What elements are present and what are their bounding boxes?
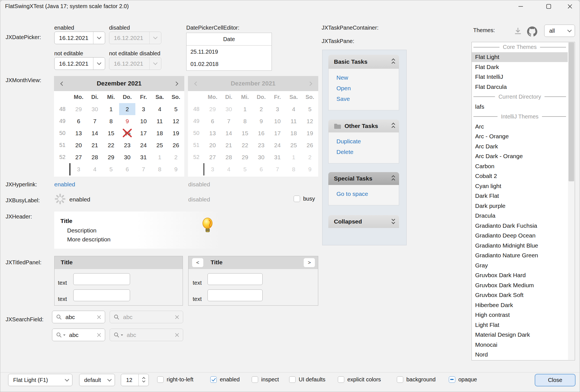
calendar-day-cell[interactable]: 29 [103, 151, 119, 163]
prev-month-button[interactable] [54, 82, 71, 85]
search-field[interactable]: abc [52, 311, 105, 323]
checkbox-right-to-left[interactable]: right-to-left [157, 376, 194, 383]
datepicker-dropdown-button[interactable] [93, 32, 105, 44]
calendar-day-cell[interactable]: 7 [87, 115, 103, 127]
theme-list-item[interactable]: Flat Dark [472, 62, 568, 72]
calendar-day-cell[interactable]: 10 [135, 115, 152, 127]
calendar-day-cell[interactable]: 30 [119, 151, 135, 163]
calendar-day-cell[interactable]: 15 [103, 127, 119, 139]
calendar-day-cell[interactable]: 3 [135, 103, 152, 115]
theme-list-item[interactable]: Flat Light [472, 52, 568, 62]
download-icon[interactable] [513, 27, 522, 37]
theme-list-item[interactable]: Nord [472, 350, 568, 360]
themes-filter-combobox[interactable]: all [544, 25, 575, 37]
theme-list-item[interactable]: Dark Flat [472, 191, 568, 201]
theme-list-item[interactable]: lafs [472, 102, 568, 112]
datepicker-dropdown-button[interactable] [93, 58, 105, 70]
titledpanel-right-button[interactable]: > [304, 258, 315, 267]
hyperlink-enabled[interactable]: enabled [54, 181, 75, 188]
table-row[interactable]: 25.11.2019 [187, 46, 272, 58]
maximize-button[interactable] [539, 0, 559, 13]
theme-list-item[interactable]: Light Flat [472, 320, 568, 330]
calendar-day-cell[interactable]: 2 [168, 151, 184, 163]
calendar-day-cell[interactable]: 23 [119, 139, 135, 151]
github-icon[interactable] [527, 26, 537, 38]
text-field[interactable] [73, 289, 130, 301]
calendar-day-cell[interactable]: 30 [87, 103, 103, 115]
checkbox-explicit-colors[interactable]: explicit colors [338, 376, 381, 383]
theme-list-item[interactable]: Gradianto Dark Fuchsia [472, 221, 568, 231]
scrollbar-thumb[interactable] [569, 42, 574, 181]
calendar-day-cell[interactable]: 8 [152, 163, 168, 175]
calendar-day-cell[interactable]: 9 [119, 115, 135, 127]
theme-list-item[interactable]: Gradianto Midnight Blue [472, 241, 568, 251]
calendar-day-cell[interactable]: 24 [135, 139, 152, 151]
calendar-day-cell[interactable]: 1 [103, 103, 119, 115]
calendar-day-cell[interactable]: 22 [103, 139, 119, 151]
calendar-day-cell[interactable]: 3 [70, 163, 87, 175]
calendar-day-cell[interactable]: 31 [135, 151, 152, 163]
taskpane-header[interactable]: Basic Tasks [328, 55, 399, 69]
checkbox-inspect[interactable]: inspect [252, 376, 279, 383]
font-combobox[interactable]: default [79, 374, 115, 386]
titledpanel-left-button[interactable]: < [192, 258, 203, 267]
search-with-menu-icon[interactable] [56, 332, 66, 338]
table-row[interactable]: 01.02.2018 [187, 58, 272, 70]
calendar-day-cell[interactable]: 7 [135, 163, 152, 175]
theme-list-item[interactable]: Gray [472, 260, 568, 270]
checkbox-enabled[interactable]: enabled [210, 376, 240, 383]
theme-list-item[interactable]: Arc Dark - Orange [472, 151, 568, 161]
theme-list-item[interactable]: High contrast [472, 310, 568, 320]
close-button[interactable]: Close [535, 374, 576, 386]
theme-list-item[interactable]: Arc Dark [472, 141, 568, 151]
checkbox-opaque[interactable]: opaque [449, 376, 477, 383]
datepicker-value[interactable]: 16.12.2021 [55, 35, 93, 41]
theme-list-item[interactable]: Hiberbee Dark [472, 300, 568, 310]
calendar-day-cell[interactable]: 8 [103, 115, 119, 127]
calendar-day-cell[interactable]: 5 [103, 163, 119, 175]
calendar-day-cell[interactable]: 17 [135, 127, 152, 139]
laf-combobox[interactable]: Flat Light (F1) [8, 374, 72, 386]
calendar-day-cell[interactable]: 19 [168, 127, 184, 139]
theme-list-item[interactable]: Gruvbox Dark Hard [472, 270, 568, 281]
calendar-day-cell[interactable]: 9 [168, 163, 184, 175]
calendar-day-cell[interactable]: 21 [87, 139, 103, 151]
theme-list-item[interactable]: Dark purple [472, 201, 568, 211]
theme-list-item[interactable]: Flat Darcula [472, 82, 568, 92]
task-link[interactable]: Open [336, 85, 399, 92]
theme-list-item[interactable]: Gradianto Nature Green [472, 251, 568, 261]
checkbox-busy[interactable]: busy [294, 196, 315, 202]
calendar-day-cell[interactable]: 20 [70, 139, 87, 151]
next-month-button[interactable] [168, 82, 184, 85]
task-link[interactable]: Duplicate [336, 138, 399, 145]
task-link[interactable]: Delete [336, 149, 399, 155]
calendar-day-cell[interactable]: 16 [119, 127, 135, 139]
calendar-day-cell[interactable]: 1 [152, 151, 168, 163]
calendar-day-cell[interactable]: 18 [152, 127, 168, 139]
theme-list-item[interactable]: Gradianto Deep Ocean [472, 231, 568, 241]
theme-list-item[interactable]: Arc [472, 122, 568, 132]
task-link[interactable]: Go to space [336, 191, 399, 197]
theme-list-item[interactable]: Carbon [472, 161, 568, 171]
calendar-day-cell[interactable]: 6 [119, 163, 135, 175]
minimize-button[interactable] [511, 0, 531, 13]
font-size-spinner[interactable]: 12 [121, 374, 149, 386]
theme-list-item[interactable]: Gruvbox Dark Medium [472, 280, 568, 290]
calendar-day-cell[interactable]: 5 [168, 103, 184, 115]
task-link[interactable]: Save [336, 96, 399, 102]
datepicker-not-editable[interactable]: 16.12.2021 [54, 57, 105, 70]
theme-list-item[interactable]: Flat IntelliJ [472, 72, 568, 82]
search-input[interactable]: abc [69, 332, 97, 338]
task-link[interactable]: New [336, 74, 399, 81]
taskpane-header[interactable]: Collapsed [328, 215, 399, 228]
calendar-day-cell[interactable]: 29 [70, 103, 87, 115]
search-input[interactable]: abc [65, 314, 97, 320]
calendar-day-cell[interactable]: 4 [152, 103, 168, 115]
calendar-day-cell[interactable]: 25 [152, 139, 168, 151]
datepicker-enabled[interactable]: 16.12.2021 [54, 32, 105, 44]
checkbox-ui-defaults[interactable]: UI defaults [289, 376, 326, 383]
close-window-button[interactable] [560, 0, 580, 13]
search-field[interactable]: abc [52, 329, 105, 341]
theme-list-item[interactable]: Arc - Orange [472, 132, 568, 142]
theme-list-item[interactable]: Cobalt 2 [472, 171, 568, 181]
